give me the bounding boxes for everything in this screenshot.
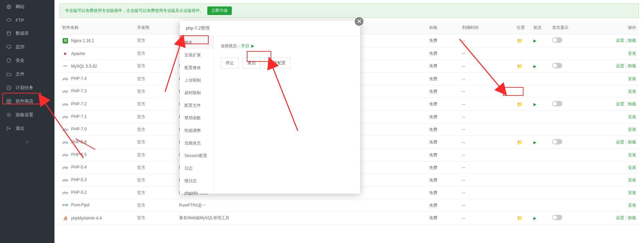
service-btn-0[interactable]: 停止 [221,57,239,69]
modal-tab-2[interactable]: 配置修改 [180,62,213,74]
status-value: 开启 [241,44,249,48]
modal-tab-9[interactable]: Session配置 [180,150,213,162]
service-btn-1[interactable]: 重启 [242,57,261,69]
modal-sidebar: 服务安装扩展配置修改上传限制超时限制配置文件禁用函数性能调整负载状态Sessio… [180,36,214,194]
play-icon: ▶ [251,44,254,48]
modal-panel-service: 当前状态：开启▶ 停止重启重载配置 [214,36,360,194]
modal-tab-1[interactable]: 安装扩展 [180,49,213,62]
modal-tab-4[interactable]: 超时限制 [180,87,213,99]
modal-tab-3[interactable]: 上传限制 [180,74,213,87]
modal-tab-5[interactable]: 配置文件 [180,99,213,112]
modal-tab-12[interactable]: phpinfo [180,187,213,199]
service-status: 当前状态：开启▶ [221,43,353,49]
modal-tab-8[interactable]: 负载状态 [180,137,213,150]
modal-tab-10[interactable]: 日志 [180,162,213,175]
modal-tab-11[interactable]: 慢日志 [180,175,213,187]
php-manage-modal: ✕ php-7.2管理 服务安装扩展配置修改上传限制超时限制配置文件禁用函数性能… [180,20,360,194]
close-icon[interactable]: ✕ [354,16,364,27]
service-btn-2[interactable]: 重载配置 [264,57,291,69]
modal-tab-6[interactable]: 禁用函数 [180,112,213,124]
modal-title: php-7.2管理 [180,20,360,36]
status-label: 当前状态： [221,44,241,48]
modal-tab-7[interactable]: 性能调整 [180,124,213,137]
modal-tab-0[interactable]: 服务 [180,36,213,49]
